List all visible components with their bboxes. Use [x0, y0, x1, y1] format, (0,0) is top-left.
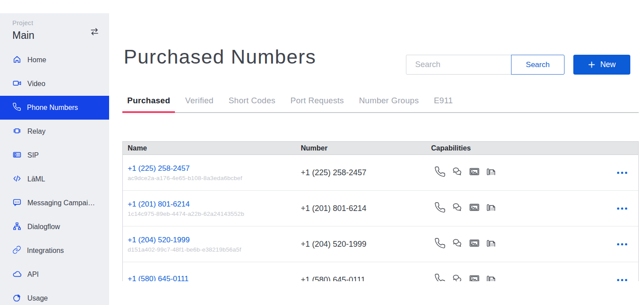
tab-verified[interactable]: Verified: [180, 96, 218, 112]
voice-icon: [434, 202, 446, 215]
sidebar-item-messaging-campaigns[interactable]: Messaging Campai…: [0, 191, 109, 215]
table-row: +1 (580) 645-0111 +1 (580) 645-0111: [123, 262, 638, 281]
new-button[interactable]: New: [573, 55, 630, 75]
name-cell: +1 (225) 258-2457 ac9dce2a-a176-4e65-b10…: [123, 164, 296, 181]
sidebar-item-label: Messaging Campai…: [27, 199, 95, 207]
column-header-capabilities: Capabilities: [426, 144, 588, 152]
tab-number-groups[interactable]: Number Groups: [354, 96, 424, 112]
tab-e911[interactable]: E911: [429, 96, 458, 112]
page-title: Purchased Numbers: [124, 45, 316, 68]
phone-icon: [12, 102, 21, 113]
number-uuid: ac9dce2a-a176-4e65-b108-8a3eda6bcbef: [128, 175, 296, 181]
header-controls: Search New: [406, 55, 630, 75]
project-switcher: Project Main: [0, 13, 109, 41]
capabilities-cell: [426, 273, 588, 281]
sidebar-item-label: Relay: [27, 128, 45, 136]
mms-icon: [469, 166, 480, 179]
numbers-table: Name Number Capabilities +1 (225) 258-24…: [122, 141, 639, 281]
column-header-name: Name: [123, 144, 296, 152]
mms-icon: [469, 273, 480, 281]
actions-cell: [588, 169, 638, 177]
sms-icon: [451, 166, 463, 179]
sidebar-item-video[interactable]: Video: [0, 72, 109, 96]
sidebar-item-integrations[interactable]: Integrations: [0, 239, 109, 263]
tab-short-codes[interactable]: Short Codes: [224, 96, 280, 112]
sidebar-item-label: API: [27, 271, 39, 279]
sidebar-item-usage[interactable]: Usage: [0, 286, 109, 305]
code-icon: [12, 174, 22, 185]
row-actions-menu-icon[interactable]: [617, 169, 627, 177]
number-uuid: 1c14c975-89eb-4474-a22b-62a24143552b: [128, 211, 296, 217]
sidebar-item-relay[interactable]: Relay: [0, 120, 109, 143]
row-actions-menu-icon[interactable]: [617, 241, 627, 248]
sidebar-nav: Home Video Phone Numbers Relay SIP LāML: [0, 48, 109, 305]
search-input[interactable]: [406, 55, 511, 75]
number-name-link[interactable]: +1 (201) 801-6214: [128, 200, 189, 209]
sidebar-item-api[interactable]: API: [0, 263, 109, 286]
cloud-icon: [12, 269, 22, 280]
sidebar-item-dialogflow[interactable]: Dialogflow: [0, 215, 109, 239]
tab-purchased[interactable]: Purchased: [122, 96, 175, 112]
chat-bubble-icon: [12, 198, 22, 209]
sms-icon: [451, 202, 463, 215]
sidebar-item-label: Video: [27, 80, 45, 88]
actions-cell: [588, 241, 638, 248]
capabilities-cell: [426, 202, 588, 215]
name-cell: +1 (580) 645-0111: [123, 275, 296, 281]
sidebar-item-home[interactable]: Home: [0, 48, 109, 72]
flowchart-icon: [12, 222, 22, 233]
actions-cell: [588, 205, 638, 212]
number-cell: +1 (580) 645-0111: [296, 275, 426, 282]
app-window: Project Main Home Video Phone Numbers Re…: [0, 0, 644, 305]
voice-icon: [434, 166, 446, 179]
number-cell: +1 (225) 258-2457: [296, 168, 426, 177]
main-content: Purchased Numbers Search New Purchased V…: [109, 0, 644, 305]
capabilities-cell: [426, 166, 588, 179]
chip-icon: [12, 126, 22, 137]
voice-icon: [434, 237, 446, 251]
video-camera-icon: [12, 79, 22, 90]
sms-icon: [451, 237, 463, 251]
tab-bar: Purchased Verified Short Codes Port Requ…: [122, 96, 639, 113]
sidebar-item-label: LāML: [27, 175, 45, 183]
number-name-link[interactable]: +1 (225) 258-2457: [128, 164, 189, 173]
swap-arrows-icon[interactable]: [89, 26, 100, 38]
mms-icon: [469, 237, 480, 251]
link-icon: [12, 245, 21, 256]
sidebar-item-sip[interactable]: SIP: [0, 143, 109, 167]
number-name-link[interactable]: +1 (204) 520-1999: [128, 236, 189, 245]
mms-icon: [469, 202, 480, 215]
home-icon: [12, 55, 22, 66]
fax-icon: [486, 273, 497, 281]
column-header-number: Number: [296, 144, 426, 152]
new-button-label: New: [600, 60, 616, 69]
sidebar-item-phone-numbers[interactable]: Phone Numbers: [0, 96, 109, 120]
search-button[interactable]: Search: [511, 55, 564, 75]
project-label: Project: [12, 19, 98, 26]
number-name-link[interactable]: +1 (580) 645-0111: [128, 275, 189, 281]
plus-icon: [588, 61, 595, 68]
sidebar-item-label: SIP: [27, 151, 39, 159]
sidebar: Project Main Home Video Phone Numbers Re…: [0, 13, 109, 305]
table-row: +1 (204) 520-1999 d151a402-99c7-48f1-be6…: [123, 226, 638, 262]
table-row: +1 (225) 258-2457 ac9dce2a-a176-4e65-b10…: [123, 155, 638, 191]
project-name: Main: [12, 30, 98, 41]
fax-icon: [486, 166, 497, 179]
sidebar-item-label: Integrations: [27, 247, 64, 255]
pie-chart-icon: [12, 293, 22, 304]
tab-port-requests[interactable]: Port Requests: [286, 96, 349, 112]
sidebar-item-label: Usage: [27, 294, 48, 302]
number-cell: +1 (204) 520-1999: [296, 240, 426, 249]
name-cell: +1 (204) 520-1999 d151a402-99c7-48f1-be6…: [123, 236, 296, 253]
row-actions-menu-icon[interactable]: [617, 205, 627, 212]
sidebar-item-laml[interactable]: LāML: [0, 167, 109, 191]
sidebar-item-label: Dialogflow: [27, 223, 60, 231]
sms-icon: [451, 273, 463, 281]
sidebar-item-label: Home: [27, 56, 46, 64]
fax-icon: [486, 237, 497, 251]
table-header-row: Name Number Capabilities: [123, 142, 638, 155]
fax-icon: [486, 202, 497, 215]
number-cell: +1 (201) 801-6214: [296, 204, 426, 213]
row-actions-menu-icon[interactable]: [617, 276, 627, 282]
sidebar-item-label: Phone Numbers: [27, 104, 78, 112]
